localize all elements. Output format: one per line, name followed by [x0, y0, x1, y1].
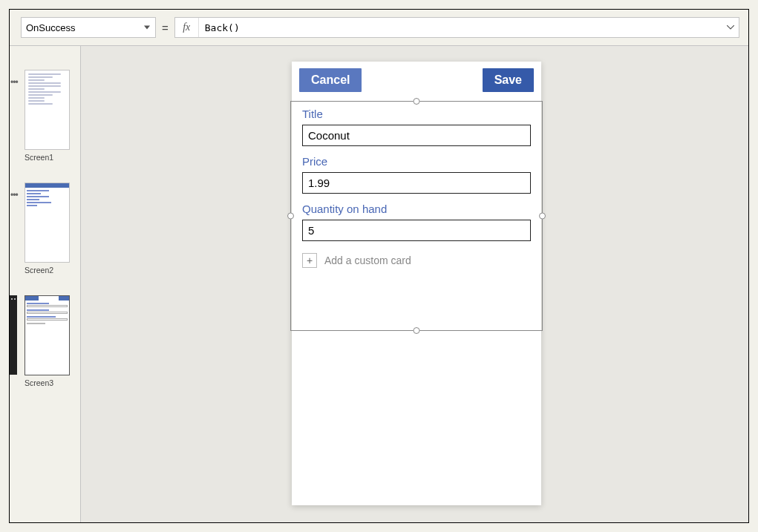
ellipsis-icon[interactable]: ••• [10, 190, 18, 200]
thumbnail-label: Screen3 [24, 378, 76, 387]
field-label-price: Price [302, 155, 531, 168]
edit-form[interactable]: Title Price Quantity on hand + Add a cus… [292, 99, 541, 272]
phone-preview: Cancel Save Title Price Quantity on hand [292, 62, 541, 505]
thumbnail-screen2[interactable] [24, 183, 70, 263]
content-row: ••• Screen1 ••• [10, 45, 748, 522]
app-frame: OnSuccess = fx ••• [9, 9, 749, 523]
fx-icon: fx [175, 18, 199, 37]
thumbnail-label: Screen2 [24, 266, 76, 275]
formula-input[interactable] [199, 18, 722, 37]
title-input[interactable] [302, 125, 531, 146]
plus-icon: + [302, 253, 317, 268]
ellipsis-icon[interactable]: ••• [10, 77, 18, 88]
save-button[interactable]: Save [483, 68, 534, 92]
add-card-label: Add a custom card [324, 254, 411, 266]
field-label-title: Title [302, 108, 531, 120]
thumbnail-block-3: ⋯ Screen3 [14, 295, 76, 387]
formula-expand-button[interactable] [722, 25, 739, 30]
field-price: Price [302, 155, 531, 194]
screens-panel: ••• Screen1 ••• [10, 46, 81, 522]
equals-sign: = [162, 22, 169, 34]
price-input[interactable] [302, 172, 531, 194]
thumbnail-block-2: ••• Screen2 [14, 183, 76, 275]
field-label-qty: Quantity on hand [302, 203, 531, 215]
add-custom-card-button[interactable]: + Add a custom card [302, 253, 531, 268]
canvas-area[interactable]: Cancel Save Title Price Quantity on hand [81, 46, 748, 522]
thumbnail-block-1: ••• Screen1 [14, 70, 76, 162]
field-title: Title [302, 108, 531, 146]
property-dropdown[interactable]: OnSuccess [21, 17, 156, 38]
property-select-wrap: OnSuccess [21, 17, 156, 38]
thumbnail-label: Screen1 [24, 153, 76, 162]
ellipsis-icon[interactable]: ⋯ [10, 295, 17, 375]
formula-bar: OnSuccess = fx [10, 10, 748, 45]
form-header: Cancel Save [292, 62, 541, 99]
quantity-input[interactable] [302, 220, 531, 241]
formula-box: fx [174, 17, 739, 38]
cancel-button[interactable]: Cancel [299, 68, 362, 92]
thumbnail-screen1[interactable] [24, 70, 70, 150]
field-quantity: Quantity on hand [302, 203, 531, 241]
thumbnail-screen3[interactable] [24, 295, 70, 375]
